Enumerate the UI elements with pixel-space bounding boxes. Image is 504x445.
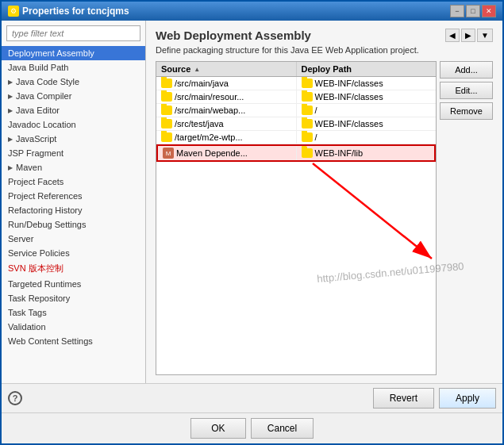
sidebar-item-13[interactable]: Server: [2, 232, 145, 246]
table-row[interactable]: MMaven Depende...WEB-INF/lib: [156, 144, 436, 162]
sidebar-item-20[interactable]: Web Content Settings: [2, 334, 145, 348]
source-cell-1: /src/main/resour...: [156, 90, 297, 103]
folder-icon: [302, 132, 313, 142]
sidebar-item-9[interactable]: Project Facets: [2, 175, 145, 189]
deploy-cell-0: WEB-INF/classes: [297, 77, 437, 90]
table-row[interactable]: /src/test/javaWEB-INF/classes: [156, 117, 436, 131]
maximize-button[interactable]: □: [466, 5, 480, 17]
ok-button[interactable]: OK: [190, 418, 246, 439]
help-button[interactable]: ?: [8, 391, 22, 405]
dialog-body: Deployment AssemblyJava Build PathJava C…: [2, 21, 502, 383]
dialog-footer: ? Revert Apply: [2, 383, 502, 412]
sidebar: Deployment AssemblyJava Build PathJava C…: [2, 21, 146, 383]
table-row[interactable]: /target/m2e-wtp.../: [156, 131, 436, 144]
sidebar-list: Deployment AssemblyJava Build PathJava C…: [2, 46, 145, 383]
sidebar-item-7[interactable]: JSP Fragment: [2, 146, 145, 160]
revert-button[interactable]: Revert: [373, 388, 434, 409]
close-button[interactable]: ✕: [482, 5, 496, 17]
remove-button[interactable]: Remove: [440, 102, 493, 120]
source-cell-0: /src/main/java: [156, 77, 297, 90]
sort-arrow-source: ▲: [194, 66, 200, 73]
folder-icon: [161, 105, 172, 115]
folder-icon: [302, 119, 313, 129]
sidebar-item-0[interactable]: Deployment Assembly: [2, 46, 145, 60]
dialog-title: Properties for tcncjqms: [22, 6, 129, 17]
apply-button[interactable]: Apply: [439, 388, 496, 409]
nav-buttons: ◀ ▶ ▼: [445, 29, 493, 42]
table-action-buttons: Add... Edit... Remove: [440, 61, 493, 375]
sidebar-item-12[interactable]: Run/Debug Settings: [2, 217, 145, 232]
sidebar-item-11[interactable]: Refactoring History: [2, 203, 145, 217]
sidebar-item-16[interactable]: Targeted Runtimes: [2, 277, 145, 291]
col-deploy-header: Deploy Path: [297, 62, 437, 76]
content-area: Web Deployment Assembly ◀ ▶ ▼ Define pac…: [146, 21, 502, 383]
sidebar-item-2[interactable]: Java Code Style: [2, 75, 145, 89]
folder-icon: [302, 92, 313, 102]
deployment-table: Source ▲ Deploy Path /src/main/javaWEB-I…: [156, 61, 437, 375]
minimize-button[interactable]: −: [450, 5, 464, 17]
source-cell-2: /src/main/webap...: [156, 104, 297, 117]
source-cell-3: /src/test/java: [156, 117, 297, 130]
dialog-icon: ⚙: [8, 6, 19, 17]
table-header: Source ▲ Deploy Path: [156, 62, 436, 77]
folder-icon: [302, 79, 313, 88]
add-button[interactable]: Add...: [440, 61, 493, 79]
table-area: Source ▲ Deploy Path /src/main/javaWEB-I…: [156, 61, 493, 375]
content-description: Define packaging structure for this Java…: [156, 45, 493, 55]
nav-back-button[interactable]: ◀: [445, 29, 460, 42]
deploy-cell-1: WEB-INF/classes: [297, 90, 437, 103]
sidebar-item-4[interactable]: Java Editor: [2, 103, 145, 117]
sidebar-item-5[interactable]: Javadoc Location: [2, 117, 145, 132]
content-header: Web Deployment Assembly ◀ ▶ ▼: [156, 29, 493, 42]
col-source-header: Source ▲: [156, 62, 297, 76]
sidebar-item-6[interactable]: JavaScript: [2, 132, 145, 146]
ok-cancel-bar: OK Cancel: [2, 412, 502, 443]
folder-icon: [161, 92, 172, 102]
nav-forward-button[interactable]: ▶: [461, 29, 475, 42]
main-dialog: ⚙ Properties for tcncjqms − □ ✕ Deployme…: [0, 0, 504, 445]
folder-icon: [161, 132, 172, 142]
source-cell-5: MMaven Depende...: [158, 146, 297, 160]
deploy-cell-3: WEB-INF/classes: [297, 117, 437, 130]
title-bar-left: ⚙ Properties for tcncjqms: [8, 6, 129, 17]
content-title: Web Deployment Assembly: [156, 29, 311, 42]
sidebar-item-10[interactable]: Project References: [2, 189, 145, 203]
sidebar-item-14[interactable]: Service Policies: [2, 246, 145, 260]
sidebar-item-1[interactable]: Java Build Path: [2, 60, 145, 75]
sidebar-item-8[interactable]: Maven: [2, 160, 145, 175]
deploy-cell-2: /: [297, 104, 437, 117]
sidebar-item-17[interactable]: Task Repository: [2, 291, 145, 305]
folder-icon: [161, 79, 172, 88]
folder-icon: [161, 119, 172, 129]
deploy-cell-4: /: [297, 131, 437, 144]
table-row[interactable]: /src/main/resour...WEB-INF/classes: [156, 90, 436, 104]
sidebar-item-15[interactable]: SVN 版本控制: [2, 260, 145, 277]
folder-icon: [302, 148, 313, 158]
table-row[interactable]: /src/main/webap.../: [156, 104, 436, 117]
title-buttons: − □ ✕: [450, 5, 496, 17]
cancel-button[interactable]: Cancel: [251, 418, 314, 439]
table-row[interactable]: /src/main/javaWEB-INF/classes: [156, 77, 436, 90]
folder-icon: [302, 105, 313, 115]
deploy-cell-5: WEB-INF/lib: [297, 146, 435, 160]
sidebar-item-3[interactable]: Java Compiler: [2, 89, 145, 103]
footer-buttons: Revert Apply: [373, 388, 496, 409]
nav-dropdown-button[interactable]: ▼: [477, 29, 493, 42]
source-cell-4: /target/m2e-wtp...: [156, 131, 297, 144]
edit-button[interactable]: Edit...: [440, 82, 493, 99]
maven-icon: M: [163, 148, 174, 159]
filter-input[interactable]: [6, 25, 140, 41]
table-body: /src/main/javaWEB-INF/classes/src/main/r…: [156, 77, 436, 374]
title-bar: ⚙ Properties for tcncjqms − □ ✕: [2, 2, 502, 21]
sidebar-item-19[interactable]: Validation: [2, 320, 145, 334]
sidebar-item-18[interactable]: Task Tags: [2, 305, 145, 320]
